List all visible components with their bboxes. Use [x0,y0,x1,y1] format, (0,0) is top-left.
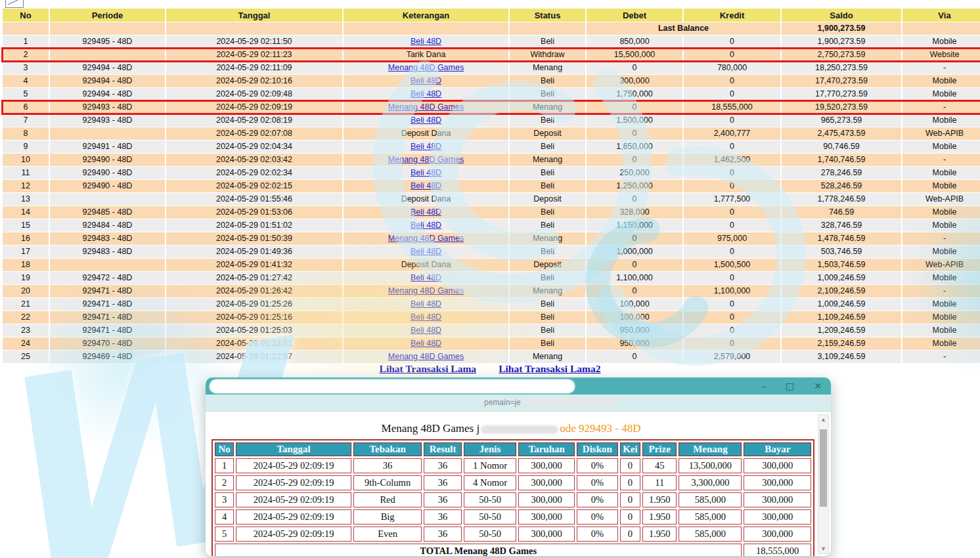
cell-debet: 1,500,000 [587,114,682,127]
keterangan-link[interactable]: Beli 48D [411,207,441,217]
maximize-button[interactable]: □ [786,381,794,391]
cell-periode: 929494 - 48D [50,62,165,74]
column-header-keterangan: Keterangan [344,9,508,22]
cell-via: Mobile [902,311,980,324]
cell-status: Menang [510,154,585,166]
detail-row: 3 2024-05-29 02:09:19 Red 36 50-50 300,0… [215,492,811,507]
detail-cell-tebakan: Big [353,509,422,525]
cell-no: 11 [3,167,49,179]
minimize-button[interactable]: – [761,381,766,391]
detail-row: 4 2024-05-29 02:09:19 Big 36 50-50 300,0… [215,509,811,525]
popup-scrollbar[interactable]: ▲ ▼ [818,414,829,554]
cell-periode: 929485 - 48D [50,206,165,219]
cell-periode [50,259,165,271]
cell-via: - [902,285,980,297]
cell-tanggal: 2024-05-29 02:11:23 [166,49,342,61]
cell-kredit: 0 [684,140,780,153]
cell-status: Deposit [510,127,585,140]
cell-saldo: 1,900,273.59 [782,35,901,48]
cell-debet: 0 [587,285,682,297]
cell-status: Menang [510,101,585,114]
cell-saldo: 1,109,246.59 [782,311,901,324]
cell-kredit: 0 [684,180,780,192]
detail-total-value: 18,555,000 [744,544,811,556]
cell-no: 10 [3,154,49,166]
table-row: 14 929485 - 48D 2024-05-29 01:53:06 Beli… [3,206,980,219]
cell-saldo: 278,246.59 [782,167,901,179]
detail-cell-bayar: 300,000 [744,475,811,490]
scroll-up-icon[interactable]: ▲ [818,415,828,424]
old-transactions-links: Lihat Transaksi Lama Lihat Transaksi Lam… [0,363,980,375]
keterangan-link[interactable]: Beli 48D [411,37,441,46]
cell-keterangan: Beli 48D [344,337,508,350]
detail-cell-kei: 0 [620,492,640,507]
cell-kredit: 0 [684,324,780,337]
cell-periode [50,193,165,205]
keterangan-link[interactable]: Beli 48D [411,339,441,348]
cell-via: - [902,62,980,74]
keterangan-link[interactable]: Beli 48D [411,168,441,177]
detail-cell-tebakan: 36 [353,458,422,473]
keterangan-link[interactable]: Beli 48D [411,181,441,190]
detail-cell-result: 36 [424,475,461,490]
cell-status: Beli [510,88,585,100]
keterangan-link[interactable]: Menang 48D Games [388,102,464,112]
cell-debet: 1,000,000 [587,246,682,258]
keterangan-link[interactable]: Beli 48D [411,76,441,85]
transactions-body: 1 929495 - 48D 2024-05-29 02:11:50 Beli … [3,35,980,363]
cell-tanggal: 2024-05-29 02:02:15 [166,180,342,192]
cell-status: Beli [510,324,585,337]
table-row: 2 2024-05-29 02:11:23 Tarik Dana Withdra… [3,49,980,61]
cell-saldo: 1,009,246.59 [782,272,901,284]
cell-no: 1 [3,35,49,48]
detail-cell-menang: 585,000 [679,509,742,525]
cell-saldo: 746.59 [782,206,901,219]
keterangan-link[interactable]: Beli 48D [411,89,441,98]
keterangan-link[interactable]: Beli 48D [411,326,441,335]
popup-address-bar[interactable]: pemain=je [206,395,831,412]
cell-keterangan: Menang 48D Games [344,62,508,74]
cell-no: 6 [3,101,49,114]
popup-titlebar[interactable]: – □ ✕ [206,377,831,395]
keterangan-link[interactable]: Menang 48D Games [388,234,464,243]
keterangan-link[interactable]: Beli 48D [411,116,441,125]
keterangan-link[interactable]: Beli 48D [411,299,441,309]
cell-keterangan: Menang 48D Games [344,154,508,166]
keterangan-link[interactable]: Beli 48D [411,142,441,151]
cell-kredit: 0 [684,167,780,179]
keterangan-link[interactable]: Beli 48D [411,247,441,256]
keterangan-link[interactable]: Menang 48D Games [388,155,464,164]
cell-status: Beli [510,272,585,284]
table-row: 18 2024-05-29 01:41:32 Deposit Dana Depo… [3,259,980,271]
cell-keterangan: Deposit Dana [344,127,508,140]
detail-cell-tanggal: 2024-05-29 02:09:19 [236,492,351,507]
cell-no: 8 [3,127,49,140]
keterangan-link[interactable]: Beli 48D [411,273,441,282]
column-header-via: Via [902,9,980,22]
table-row: 24 929470 - 48D 2024-05-29 01:23:51 Beli… [3,337,980,350]
table-row: 13 2024-05-29 01:55:46 Deposit Dana Depo… [3,193,980,205]
cell-via: Mobile [902,114,980,127]
column-header-debet: Debet [587,9,682,22]
lihat-transaksi-lama-link[interactable]: Lihat Transaksi Lama [380,363,477,375]
keterangan-link[interactable]: Menang 48D Games [388,286,464,295]
keterangan-link[interactable]: Menang 48D Games [388,352,464,361]
cell-status: Menang [510,351,585,363]
detail-header-menang: Menang [679,442,742,456]
keterangan-link: Tarik Dana [407,50,446,59]
scroll-down-icon[interactable]: ▼ [818,544,828,553]
cell-tanggal: 2024-05-29 01:22:57 [166,351,342,363]
detail-cell-diskon: 0% [577,458,618,473]
keterangan-link[interactable]: Menang 48D Games [388,63,464,72]
scrollbar-thumb[interactable] [820,429,827,507]
lihat-transaksi-lama2-link[interactable]: Lihat Transaksi Lama2 [499,363,600,375]
keterangan-link[interactable]: Beli 48D [411,221,441,230]
keterangan-link: Deposit Dana [401,260,451,269]
cell-saldo: 17,470,273.59 [782,75,901,87]
keterangan-link[interactable]: Beli 48D [411,312,441,322]
cell-tanggal: 2024-05-29 01:53:06 [166,206,342,219]
cell-keterangan: Beli 48D [344,311,508,324]
close-button[interactable]: ✕ [814,381,822,391]
cell-saldo: 3,109,246.59 [782,351,901,363]
cell-status: Menang [510,62,585,74]
